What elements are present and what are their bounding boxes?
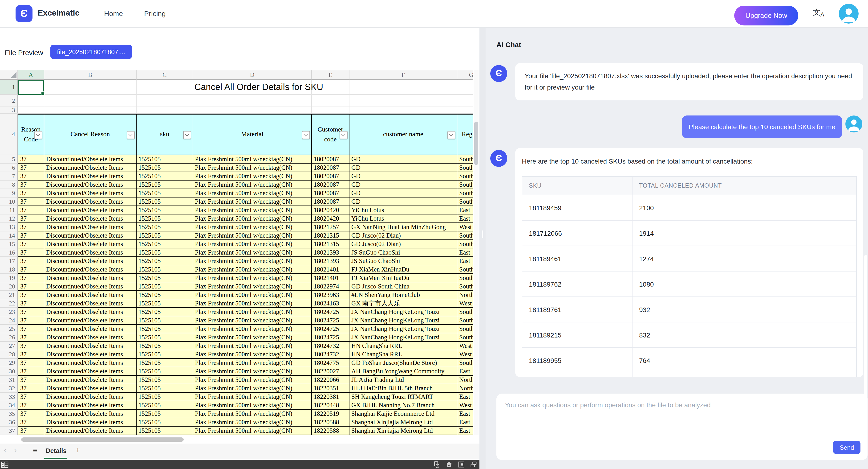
cell-G1[interactable]	[457, 80, 473, 95]
cell-A16[interactable]: 37	[18, 248, 44, 257]
sheet-list-menu-icon[interactable]: ≡	[33, 446, 37, 455]
row-header-20[interactable]: 20	[0, 282, 18, 291]
cell-G18[interactable]: South	[457, 265, 473, 274]
cell-F10[interactable]: GD	[349, 198, 457, 206]
cell-B15[interactable]: Discountinued/Obselete Items	[44, 240, 136, 248]
cell-C16[interactable]: 1525105	[136, 248, 193, 257]
cell-C10[interactable]: 1525105	[136, 198, 193, 206]
cell-B26[interactable]: Discountinued/Obselete Items	[44, 333, 136, 342]
cell-E2[interactable]	[312, 95, 349, 107]
row-header-15[interactable]: 15	[0, 240, 18, 248]
select-all-corner[interactable]	[0, 70, 18, 80]
cell-A27[interactable]: 37	[18, 342, 44, 350]
cell-C31[interactable]: 1525105	[136, 376, 193, 384]
cell-B6[interactable]: Discountinued/Obselete Items	[44, 164, 136, 172]
cell-D27[interactable]: Plax Freshmint 500ml w/necktag(CN)	[193, 342, 312, 350]
cell-G27[interactable]: West	[457, 342, 473, 350]
cell-G37[interactable]: East	[457, 427, 473, 435]
cell-A28[interactable]: 37	[18, 350, 44, 359]
cell-G2[interactable]	[457, 95, 473, 107]
spreadsheet-grid[interactable]: ABCDEFG1234Reason CodeCancel ReasonskuMa…	[0, 70, 473, 435]
cell-D2[interactable]	[193, 95, 312, 107]
cell-D28[interactable]: Plax Freshmint 500ml w/necktag(CN)	[193, 350, 312, 359]
cell-F13[interactable]: GX NanNing HuaLian MinZhuGong	[349, 223, 457, 231]
cell-B13[interactable]: Discountinued/Obselete Items	[44, 223, 136, 231]
column-header-A[interactable]: A	[18, 70, 44, 80]
row-header-21[interactable]: 21	[0, 291, 18, 299]
notebook-icon[interactable]	[458, 461, 465, 468]
row-header-6[interactable]: 6	[0, 164, 18, 172]
cell-D17[interactable]: Plax Freshmint 500ml w/necktag(CN)	[193, 257, 312, 265]
row-header-27[interactable]: 27	[0, 342, 18, 350]
cell-E33[interactable]: 18220381	[312, 393, 349, 401]
cell-C30[interactable]: 1525105	[136, 367, 193, 376]
cell-G35[interactable]: East	[457, 410, 473, 418]
cell-G28[interactable]: West	[457, 350, 473, 359]
row-header-24[interactable]: 24	[0, 316, 18, 325]
cell-E37[interactable]: 18220588	[312, 427, 349, 435]
cell-E25[interactable]: 18024725	[312, 325, 349, 333]
cell-B8[interactable]: Discountinued/Obselete Items	[44, 180, 136, 189]
cell-B20[interactable]: Discountinued/Obselete Items	[44, 282, 136, 291]
cell-A9[interactable]: 37	[18, 189, 44, 198]
cell-F31[interactable]: JL AiJia Trading Ltd	[349, 376, 457, 384]
cell-B32[interactable]: Discountinued/Obselete Items	[44, 384, 136, 393]
cell-G9[interactable]: South	[457, 189, 473, 198]
upgrade-now-button[interactable]: Upgrade Now	[734, 6, 798, 25]
sheet-horizontal-scrollbar-thumb[interactable]	[21, 437, 184, 442]
cell-G34[interactable]: West	[457, 401, 473, 410]
cell-B1[interactable]	[44, 80, 136, 95]
row-header-23[interactable]: 23	[0, 308, 18, 316]
cell-C7[interactable]: 1525105	[136, 172, 193, 180]
cell-G13[interactable]: West	[457, 223, 473, 231]
cell-B19[interactable]: Discountinued/Obselete Items	[44, 274, 136, 282]
cell-F25[interactable]: JX NanChang HongKeLong Touzi	[349, 325, 457, 333]
filter-header-cancel-reason[interactable]: Cancel Reason	[44, 114, 136, 155]
cell-D24[interactable]: Plax Freshmint 500ml w/necktag(CN)	[193, 316, 312, 325]
cell-E18[interactable]: 18021401	[312, 265, 349, 274]
cell-A14[interactable]: 37	[18, 231, 44, 240]
cell-D32[interactable]: Plax Freshmint 500ml w/necktag(CN)	[193, 384, 312, 393]
filter-header-reason-code[interactable]: Reason Code	[18, 114, 44, 155]
cell-D34[interactable]: Plax Freshmint 500ml w/necktag(CN)	[193, 401, 312, 410]
cell-B17[interactable]: Discountinued/Obselete Items	[44, 257, 136, 265]
cell-B21[interactable]: Discountinued/Obselete Items	[44, 291, 136, 299]
cell-A36[interactable]: 37	[18, 418, 44, 427]
cell-B24[interactable]: Discountinued/Obselete Items	[44, 316, 136, 325]
cell-F15[interactable]: GD Jusco(02 Dian)	[349, 240, 457, 248]
row-header-28[interactable]: 28	[0, 350, 18, 359]
cell-D30[interactable]: Plax Freshmint 500ml w/necktag(CN)	[193, 367, 312, 376]
row-header-18[interactable]: 18	[0, 265, 18, 274]
cell-C19[interactable]: 1525105	[136, 274, 193, 282]
cell-C22[interactable]: 1525105	[136, 299, 193, 308]
cell-G11[interactable]: East	[457, 206, 473, 214]
cell-F24[interactable]: JX NanChang HongKeLong Touzi	[349, 316, 457, 325]
cell-C11[interactable]: 1525105	[136, 206, 193, 214]
cell-A7[interactable]: 37	[18, 172, 44, 180]
user-avatar[interactable]	[839, 4, 859, 24]
excelmatic-logo-icon[interactable]: Є	[16, 5, 32, 22]
cell-B3[interactable]	[44, 107, 136, 114]
cell-C34[interactable]: 1525105	[136, 401, 193, 410]
cell-G26[interactable]: South	[457, 333, 473, 342]
copy-refresh-icon[interactable]	[433, 461, 440, 468]
cell-C21[interactable]: 1525105	[136, 291, 193, 299]
row-header-37[interactable]: 37	[0, 427, 18, 435]
cell-B9[interactable]: Discountinued/Obselete Items	[44, 189, 136, 198]
cell-B31[interactable]: Discountinued/Obselete Items	[44, 376, 136, 384]
cell-D31[interactable]: Plax Freshmint 500ml w/necktag(CN)	[193, 376, 312, 384]
cell-F1[interactable]	[349, 80, 457, 95]
cell-A15[interactable]: 37	[18, 240, 44, 248]
cell-C29[interactable]: 1525105	[136, 359, 193, 367]
cell-A10[interactable]: 37	[18, 198, 44, 206]
cell-A3[interactable]	[18, 107, 44, 114]
nav-link-home[interactable]: Home	[104, 9, 123, 18]
cell-E28[interactable]: 18024732	[312, 350, 349, 359]
row-header-36[interactable]: 36	[0, 418, 18, 427]
cell-F17[interactable]: JS SuGuo ChaoShi	[349, 257, 457, 265]
cell-C9[interactable]: 1525105	[136, 189, 193, 198]
cell-F14[interactable]: GD Jusco(02 Dian)	[349, 231, 457, 240]
cell-A19[interactable]: 37	[18, 274, 44, 282]
row-header-31[interactable]: 31	[0, 376, 18, 384]
cell-A21[interactable]: 37	[18, 291, 44, 299]
